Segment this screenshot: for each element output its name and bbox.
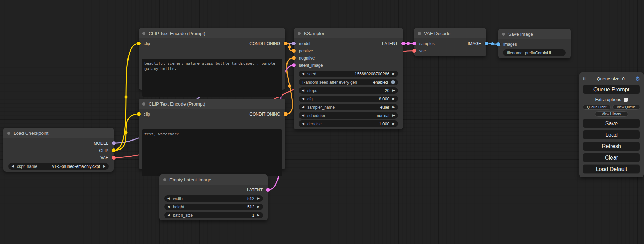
node-title-bar[interactable]: Load Checkpoint [3, 128, 114, 138]
decrement-arrow-icon[interactable]: ◀ [302, 114, 304, 117]
decrement-arrow-icon[interactable]: ◀ [302, 89, 304, 92]
view-history-button[interactable]: View History [595, 111, 628, 117]
refresh-button[interactable]: Refresh [583, 142, 640, 151]
node-title-bar[interactable]: VAE Decode [414, 28, 486, 38]
height-widget[interactable]: ◀ height 512 ▶ [164, 204, 263, 210]
seed-widget[interactable]: ◀ seed 156680208700286 ▶ [299, 71, 398, 77]
node-vae-decode[interactable]: VAE Decode samples IMAGE vae [414, 28, 486, 56]
conditioning-output-dot[interactable] [284, 42, 288, 45]
batch-size-widget[interactable]: ◀ batch_size 1 ▶ [164, 212, 263, 218]
increment-arrow-icon[interactable]: ▶ [257, 197, 260, 200]
drag-handle-icon[interactable]: ⠿ [583, 76, 586, 81]
node-empty-latent-image[interactable]: Empty Latent Image LATENT ◀ width 512 ▶ … [159, 174, 268, 220]
increment-arrow-icon[interactable]: ▶ [392, 97, 395, 100]
image-output-dot[interactable] [485, 42, 488, 45]
clear-button[interactable]: Clear [583, 153, 640, 162]
vae-output-dot[interactable] [112, 156, 116, 160]
latent-image-input-dot[interactable] [292, 63, 296, 67]
node-load-checkpoint[interactable]: Load Checkpoint MODEL CLIP VAE ◀ ckpt_na… [3, 128, 114, 172]
input-label: positive [299, 48, 313, 53]
decrement-arrow-icon[interactable]: ◀ [167, 197, 170, 200]
clip-output-dot[interactable] [112, 148, 116, 152]
node-title-bar[interactable]: Save Image [498, 29, 571, 39]
decrement-arrow-icon[interactable]: ◀ [167, 214, 170, 217]
settings-gear-icon[interactable]: ⚙ [635, 75, 640, 82]
node-title-bar[interactable]: Empty Latent Image [159, 174, 268, 185]
increment-arrow-icon[interactable]: ▶ [392, 122, 395, 125]
clip-input-dot[interactable] [137, 42, 141, 45]
random-seed-toggle-widget[interactable]: Random seed after every gen enabled [299, 79, 398, 85]
input-label: samples [419, 41, 435, 46]
vae-input-dot[interactable] [412, 49, 416, 53]
node-title-bar[interactable]: CLIP Text Encode (Prompt) [139, 99, 285, 109]
widget-value: enabled [373, 80, 388, 85]
link-midpoint-dot[interactable] [407, 42, 410, 45]
load-default-button[interactable]: Load Default [583, 164, 640, 174]
images-input-dot[interactable] [496, 42, 500, 46]
negative-input-dot[interactable] [292, 56, 296, 60]
input-row-positive: positive [294, 47, 403, 54]
decrement-arrow-icon[interactable]: ◀ [11, 165, 14, 168]
clip-input-dot[interactable] [137, 112, 141, 116]
width-widget[interactable]: ◀ width 512 ▶ [164, 195, 263, 202]
increment-arrow-icon[interactable]: ▶ [392, 72, 395, 75]
decrement-arrow-icon[interactable]: ◀ [302, 97, 304, 100]
denoise-widget[interactable]: ◀ denoise 1.000 ▶ [299, 120, 398, 127]
link-midpoint-dot[interactable] [491, 42, 494, 45]
queue-prompt-button[interactable]: Queue Prompt [583, 85, 640, 94]
conditioning-output-dot[interactable] [284, 112, 288, 116]
samples-input-dot[interactable] [412, 42, 416, 45]
link-midpoint-dot[interactable] [125, 131, 128, 134]
collapse-dot-icon[interactable] [163, 178, 166, 181]
prompt-textarea[interactable]: text, watermark [142, 129, 282, 176]
collapse-dot-icon[interactable] [142, 102, 145, 106]
scheduler-widget[interactable]: ◀ scheduler normal ▶ [299, 112, 398, 119]
node-title-bar[interactable]: CLIP Text Encode (Prompt) [139, 28, 285, 38]
increment-arrow-icon[interactable]: ▶ [392, 89, 395, 92]
node-title-bar[interactable]: KSampler [294, 28, 403, 38]
decrement-arrow-icon[interactable]: ◀ [302, 122, 304, 125]
view-queue-button[interactable]: View Queue [612, 105, 641, 110]
decrement-arrow-icon[interactable]: ◀ [302, 72, 304, 75]
positive-input-dot[interactable] [292, 49, 296, 53]
model-input-dot[interactable] [292, 42, 296, 45]
prompt-textarea[interactable]: beautiful scenery nature glass bottle la… [142, 59, 282, 97]
increment-arrow-icon[interactable]: ▶ [392, 106, 395, 109]
load-button[interactable]: Load [583, 130, 640, 139]
cfg-widget[interactable]: ◀ cfg 8.000 ▶ [299, 96, 398, 102]
link-midpoint-dot[interactable] [288, 84, 291, 88]
toggle-dot-icon[interactable] [391, 80, 395, 84]
save-button[interactable]: Save [583, 119, 640, 128]
node-clip-text-encode-positive[interactable]: CLIP Text Encode (Prompt) clip CONDITION… [139, 28, 285, 90]
collapse-dot-icon[interactable] [418, 32, 421, 35]
filename-prefix-widget[interactable]: filename_prefix ComfyUI [503, 49, 566, 56]
queue-panel[interactable]: ⠿ Queue size: 0 ⚙ Queue Prompt Extra opt… [579, 72, 644, 177]
widget-label: width [173, 196, 183, 201]
collapse-dot-icon[interactable] [502, 33, 505, 36]
queue-front-button[interactable]: Queue Front [583, 105, 611, 110]
node-clip-text-encode-negative[interactable]: CLIP Text Encode (Prompt) clip CONDITION… [139, 99, 285, 169]
ckpt-name-widget[interactable]: ◀ ckpt_name v1-5-pruned-emaonly.ckpt ▶ [8, 163, 109, 170]
increment-arrow-icon[interactable]: ▶ [257, 205, 260, 208]
increment-arrow-icon[interactable]: ▶ [257, 214, 260, 217]
node-graph-canvas[interactable]: Load Checkpoint MODEL CLIP VAE ◀ ckpt_na… [0, 0, 644, 244]
model-output-dot[interactable] [112, 141, 116, 145]
collapse-dot-icon[interactable] [298, 32, 301, 35]
link-midpoint-dot[interactable] [288, 46, 291, 49]
input-label: model [299, 41, 310, 46]
link-midpoint-dot[interactable] [125, 96, 128, 99]
decrement-arrow-icon[interactable]: ◀ [302, 106, 304, 109]
decrement-arrow-icon[interactable]: ◀ [167, 205, 170, 208]
sampler-name-widget[interactable]: ◀ sampler_name euler ▶ [299, 104, 398, 110]
latent-output-dot[interactable] [401, 42, 405, 45]
collapse-dot-icon[interactable] [7, 132, 10, 135]
collapse-dot-icon[interactable] [142, 32, 145, 35]
output-label: LATENT [382, 41, 398, 46]
latent-output-dot[interactable] [266, 188, 270, 192]
node-ksampler[interactable]: KSampler model LATENT positive negative … [294, 28, 403, 129]
node-save-image[interactable]: Save Image images filename_prefix ComfyU… [498, 29, 571, 58]
steps-widget[interactable]: ◀ steps 20 ▶ [299, 87, 398, 94]
increment-arrow-icon[interactable]: ▶ [103, 165, 106, 168]
extra-options-checkbox[interactable] [624, 98, 628, 102]
increment-arrow-icon[interactable]: ▶ [392, 114, 395, 117]
